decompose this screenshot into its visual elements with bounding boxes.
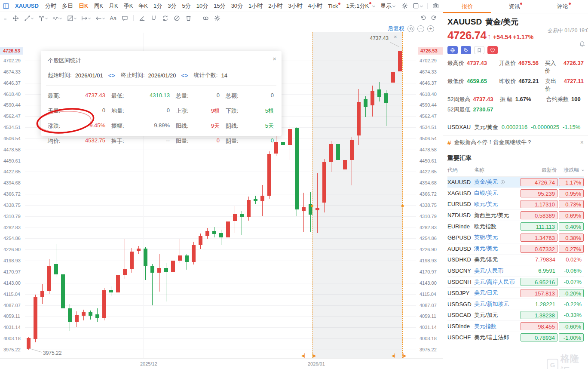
fx-row-USDinde[interactable]: USDinde美元指数98.455-0.60% (447, 321, 584, 332)
hide-icon[interactable] (174, 15, 180, 22)
fx-row-EURUSD[interactable]: EURUSD欧元/美元1.173100.73% (447, 199, 584, 210)
timeframe-15分[interactable]: 15分 (214, 2, 225, 10)
timeframe-分时[interactable]: 分时 (45, 2, 56, 10)
selection-border[interactable] (312, 32, 312, 358)
header-price[interactable]: 最新价 (519, 166, 557, 174)
timeframe-4小时[interactable]: 4小时 (308, 2, 322, 10)
timeframe-1分[interactable]: 1分 (153, 2, 162, 10)
bell-icon[interactable] (579, 41, 585, 49)
header-pct-sort[interactable]: 涨跌幅 (557, 166, 584, 174)
start-date-stepper[interactable]: <> (108, 72, 116, 79)
fx-row-NZDUSD[interactable]: NZDUSD新西兰元/美元0.583890.69% (447, 210, 584, 221)
reset-zoom-icon[interactable] (407, 25, 414, 32)
fx-row-USDCAD[interactable]: USDCAD美元/加元1.38238-0.33% (447, 310, 584, 321)
fx-name-link[interactable]: 美元/新加坡元 (474, 300, 509, 308)
fx-row-AUDUSD[interactable]: AUDUSD澳元/美元0.673320.27% (447, 243, 584, 255)
fx-name-link[interactable]: 英镑/美元 (474, 234, 498, 241)
gear-icon[interactable] (214, 15, 220, 22)
fx-row-USDHKD[interactable]: USDHKD美元/港元7.798340.02% (447, 255, 584, 266)
magnet-icon[interactable] (150, 15, 157, 22)
fx-row-USDSGD[interactable]: USDSGD美元/新加坡元1.28221-0.22% (447, 299, 584, 310)
selection-border[interactable] (402, 32, 403, 358)
undo-icon[interactable] (420, 15, 426, 21)
trash-icon[interactable] (185, 15, 192, 22)
fx-name-link[interactable]: 美元/日元 (474, 289, 498, 297)
layout-icon[interactable] (413, 3, 423, 9)
selection-close-icon[interactable]: × (394, 34, 397, 40)
selection-handle-dot[interactable] (401, 205, 404, 207)
selection-handle-dot[interactable] (311, 205, 313, 207)
sync-icon[interactable] (162, 15, 168, 22)
symbol-label[interactable]: XAUUSD (15, 3, 39, 9)
quote-stat: 开盘价4675.56 (499, 59, 545, 75)
timeframe-10分[interactable]: 10分 (196, 2, 208, 10)
tab-报价[interactable]: 报价 (443, 0, 491, 13)
measure-icon[interactable] (81, 15, 90, 22)
move-icon[interactable] (12, 15, 19, 22)
heart-icon[interactable] (487, 46, 498, 54)
fx-name-link[interactable]: 欧元/美元 (474, 200, 498, 208)
angle-icon[interactable] (139, 15, 145, 22)
bookmark-icon[interactable] (474, 46, 484, 54)
timeframe-Tick[interactable]: Tick (328, 3, 340, 9)
popup-close-icon[interactable]: × (273, 55, 276, 62)
news-banner[interactable]: # 金银新高不停！贵金属继续牛？ × (443, 135, 588, 149)
timeframe-1天:1分K[interactable]: 1天:1分K (346, 2, 375, 10)
fx-row-GBPUSD[interactable]: GBPUSD英镑/美元1.347630.38% (447, 232, 584, 243)
fx-name-link[interactable]: 美元指数 (474, 323, 496, 330)
comment-icon[interactable] (122, 15, 128, 22)
gear-icon[interactable] (401, 3, 408, 9)
fx-row-XAUUSD[interactable]: XAUUSD黄金/美元4726.741.17% (447, 177, 584, 188)
fx-name-link[interactable]: 美元/人民币 (474, 267, 504, 275)
timeframe-5分[interactable]: 5分 (182, 2, 190, 10)
pattern-icon[interactable] (67, 15, 76, 22)
timeframe-3小时[interactable]: 3小时 (288, 2, 303, 10)
timeframe-季K[interactable]: 季K (124, 2, 133, 10)
pitchfork-icon[interactable] (38, 15, 47, 22)
timeframe-2小时[interactable]: 2小时 (268, 2, 282, 10)
banner-close-icon[interactable]: × (580, 139, 584, 146)
timeframe-多日[interactable]: 多日 (62, 2, 73, 10)
selection-drag-handle[interactable]: ◀▏▕▶ (392, 354, 407, 358)
globe-icon[interactable] (447, 46, 458, 54)
selection-drag-handle[interactable]: ◀▏▕▶ (301, 354, 316, 358)
fx-row-USDCNY[interactable]: USDCNY美元/人民币6.9591-0.06% (447, 265, 584, 277)
timeframe-3分[interactable]: 3分 (168, 2, 176, 10)
arrowleft-icon[interactable] (95, 15, 104, 22)
fx-row-EURinde[interactable]: EURinde欧元指数111.1130.40% (447, 221, 584, 232)
tab-评论[interactable]: 评论 (540, 0, 588, 13)
timeframe-显示[interactable]: 显示 (380, 2, 395, 10)
tab-资讯[interactable]: 资讯 (491, 0, 539, 13)
redo-icon[interactable] (431, 15, 437, 21)
fx-row-USDJPY[interactable]: USDJPY美元/日元157.813-0.20% (447, 288, 584, 299)
header-name[interactable]: 名称 (474, 166, 519, 174)
fx-name-link[interactable]: 黄金/美元 (474, 178, 498, 186)
header-code[interactable]: 代码 (447, 166, 474, 174)
adjust-mode-link[interactable]: 后复权 (388, 25, 404, 33)
circles-icon[interactable] (202, 15, 209, 22)
timeframe-1小时[interactable]: 1小时 (248, 2, 263, 10)
text-icon[interactable]: Aa (110, 15, 116, 22)
timeframe-日K[interactable]: 日K (79, 2, 88, 10)
fx-name-link[interactable]: 澳元/美元 (474, 245, 498, 252)
zoom-in-icon[interactable]: + (427, 25, 434, 32)
fx-row-USDCHF[interactable]: USDCHF美元/瑞士法郎0.78934-1.00% (447, 332, 584, 343)
inverse-quote-row[interactable]: USDXAU 美元/黄金 0.0002116 -0.0000025 -1.15% (447, 119, 584, 131)
fx-name-link[interactable]: 白银/美元 (474, 189, 498, 197)
zoom-out-icon[interactable]: − (417, 25, 424, 32)
window-icon[interactable] (3, 3, 9, 9)
fx-row-XAGUSD[interactable]: XAGUSD白银/美元95.2390.95% (447, 188, 584, 199)
timeframe-30分[interactable]: 30分 (231, 2, 243, 10)
timeframe-月K[interactable]: 月K (109, 2, 118, 10)
fx-name-link[interactable]: 美元/离岸人民币 (474, 278, 515, 286)
tag-icon[interactable] (461, 46, 471, 54)
end-date-stepper[interactable]: <> (181, 72, 189, 79)
timeframe-周K[interactable]: 周K (94, 2, 103, 10)
timeframe-年K[interactable]: 年K (138, 2, 148, 10)
wave-icon[interactable] (52, 15, 61, 22)
camera-icon[interactable] (432, 3, 439, 9)
candlestick-chart[interactable]: 后复权 − + 4702.294702.294674.334674.334646… (0, 24, 443, 369)
fx-row-USDCNH[interactable]: USDCNH美元/离岸人民币6.95216-0.07% (447, 277, 584, 288)
trendline-icon[interactable] (24, 15, 33, 22)
toolbar-grip[interactable] (4, 17, 6, 20)
